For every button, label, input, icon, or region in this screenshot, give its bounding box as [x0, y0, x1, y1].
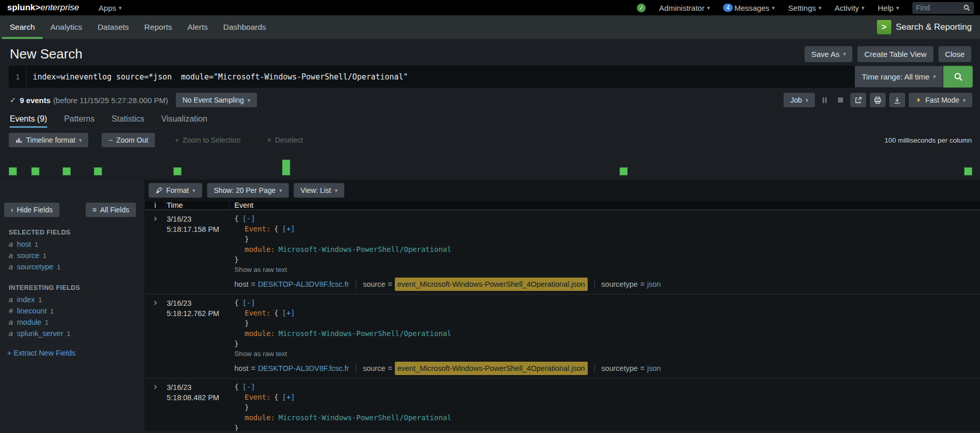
view-mode-button[interactable]: View: List▾ — [293, 183, 345, 198]
expand-json-link[interactable]: [+] — [282, 393, 295, 401]
print-button[interactable] — [869, 92, 886, 108]
settings-menu[interactable]: Settings▾ — [788, 4, 822, 12]
tab-patterns[interactable]: Patterns — [64, 110, 95, 128]
caret-down-icon: ▾ — [248, 97, 251, 103]
field-name[interactable]: sourcetype — [17, 263, 53, 271]
source-value-link[interactable]: event_Microsoft-Windows-PowerShell_4Oper… — [395, 278, 588, 291]
activity-menu[interactable]: Activity▾ — [835, 4, 865, 12]
tab-visualization[interactable]: Visualization — [162, 110, 208, 128]
show-raw-text-link[interactable]: Show as raw text — [234, 349, 287, 359]
create-table-view-button[interactable]: Create Table View — [857, 46, 933, 63]
timeline-bar[interactable] — [9, 167, 17, 175]
health-status-icon[interactable]: ✓ — [637, 4, 646, 12]
nav-item-dashboards[interactable]: Dashboards — [215, 15, 274, 39]
per-page-button[interactable]: Show: 20 Per Page▾ — [207, 183, 289, 198]
timeline-bar[interactable] — [619, 167, 628, 175]
caret-down-icon: ▾ — [192, 188, 195, 193]
pause-job-icon[interactable] — [818, 92, 831, 108]
sourcetype-value-link[interactable]: json — [647, 362, 661, 375]
expand-event-icon[interactable]: › — [154, 298, 157, 307]
app-identity[interactable]: > Search & Reporting — [877, 15, 972, 39]
field-row-host[interactable]: a host 1 — [0, 239, 145, 250]
tab-statistics[interactable]: Statistics — [112, 110, 145, 128]
sourcetype-value-link[interactable]: json — [647, 278, 661, 290]
caret-down-icon: ▾ — [818, 5, 822, 11]
host-value-link[interactable]: DESKTOP-AL3DV8F.fcsc.fr — [258, 362, 349, 375]
collapse-json-link[interactable]: [-] — [242, 299, 255, 307]
field-count: 1 — [38, 296, 42, 305]
help-menu[interactable]: Help▾ — [878, 4, 899, 12]
timeline-bar[interactable] — [94, 167, 102, 175]
timeline-chart[interactable] — [0, 150, 980, 180]
timeline-format-button[interactable]: Timeline format▾ — [8, 132, 89, 148]
find-input[interactable] — [916, 4, 957, 12]
timeline-bar[interactable] — [31, 167, 39, 175]
collapse-json-link[interactable]: [-] — [242, 383, 255, 391]
field-row-linecount[interactable]: # linecount 1 — [0, 306, 145, 317]
job-status-row: ✓ 9 events (before 11/15/25 5:27:28.000 … — [0, 88, 980, 110]
caret-down-icon: ▾ — [772, 5, 775, 11]
event-sampling-button[interactable]: No Event Sampling▾ — [175, 92, 257, 108]
divider — [594, 280, 595, 289]
nav-item-reports[interactable]: Reports — [136, 15, 179, 39]
caret-down-icon: ▾ — [119, 5, 122, 11]
search-query-editor[interactable]: 1 index=wineventlog source=*json module=… — [9, 66, 854, 88]
stop-job-icon[interactable] — [834, 92, 847, 108]
messages-menu[interactable]: 4Messages▾ — [723, 4, 775, 12]
field-type: a — [9, 251, 17, 260]
field-row-module[interactable]: a module 1 — [0, 317, 145, 328]
nav-item-datasets[interactable]: Datasets — [90, 15, 136, 39]
field-name[interactable]: splunk_server — [17, 329, 63, 338]
field-name[interactable]: index — [17, 296, 35, 304]
show-raw-text-link[interactable]: Show as raw text — [234, 265, 287, 274]
user-menu[interactable]: Administrator▾ — [659, 4, 710, 12]
format-button[interactable]: Format▾ — [148, 183, 203, 198]
field-name[interactable]: module — [17, 318, 42, 327]
field-count: 1 — [34, 241, 38, 249]
time-range-picker[interactable]: Time range: All time▾ — [854, 66, 943, 88]
field-type: a — [9, 240, 17, 249]
expand-event-icon[interactable]: › — [154, 382, 157, 391]
timeline-bar[interactable] — [63, 167, 71, 175]
field-row-index[interactable]: a index 1 — [0, 294, 145, 306]
expand-json-link[interactable]: [+] — [282, 309, 295, 317]
expand-json-link[interactable]: [+] — [282, 225, 295, 233]
apps-menu[interactable]: Apps▾ — [98, 4, 122, 12]
export-button[interactable] — [889, 92, 906, 108]
tab-events[interactable]: Events (9) — [10, 110, 47, 128]
field-row-source[interactable]: a source 1 — [0, 250, 145, 262]
field-name[interactable]: source — [17, 251, 39, 260]
hide-fields-button[interactable]: ‹Hide Fields — [4, 202, 60, 218]
search-mode-button[interactable]: Fast Mode▾ — [908, 92, 973, 108]
app-nav-bar: Search Analytics Datasets Reports Alerts… — [0, 15, 980, 39]
job-menu-button[interactable]: Job▾ — [783, 92, 815, 108]
all-fields-button[interactable]: ≡All Fields — [85, 202, 136, 218]
nav-item-analytics[interactable]: Analytics — [43, 15, 90, 39]
search-query-text[interactable]: index=wineventlog source=*json module="M… — [27, 72, 408, 82]
nav-item-search[interactable]: Search — [2, 15, 43, 39]
event-column-header: Event — [229, 201, 980, 209]
field-name[interactable]: host — [17, 240, 31, 249]
expand-event-icon[interactable]: › — [154, 213, 157, 223]
find-search-box[interactable] — [912, 2, 974, 14]
run-search-button[interactable] — [943, 66, 973, 88]
source-value-link[interactable]: event_Microsoft-Windows-PowerShell_4Oper… — [395, 362, 588, 375]
field-row-sourcetype[interactable]: a sourcetype 1 — [0, 262, 145, 273]
app-name: Search & Reporting — [896, 22, 972, 32]
field-name[interactable]: linecount — [17, 307, 47, 316]
zoom-out-button[interactable]: −Zoom Out — [101, 132, 155, 148]
close-button[interactable]: Close — [938, 46, 972, 63]
field-row-splunk-server[interactable]: a splunk_server 1 — [0, 328, 145, 340]
save-as-button[interactable]: Save As▾ — [804, 46, 853, 63]
collapse-json-link[interactable]: [-] — [242, 214, 255, 223]
field-type: a — [9, 296, 17, 304]
caret-down-icon: ▾ — [843, 51, 846, 57]
timeline-bar[interactable] — [282, 160, 290, 175]
lightning-icon — [915, 96, 922, 104]
extract-new-fields-link[interactable]: + Extract New Fields — [7, 349, 75, 357]
host-value-link[interactable]: DESKTOP-AL3DV8F.fcsc.fr — [258, 278, 349, 290]
nav-item-alerts[interactable]: Alerts — [180, 15, 216, 39]
share-button[interactable] — [850, 92, 867, 108]
timeline-bar[interactable] — [964, 167, 972, 175]
timeline-bar[interactable] — [173, 167, 182, 175]
